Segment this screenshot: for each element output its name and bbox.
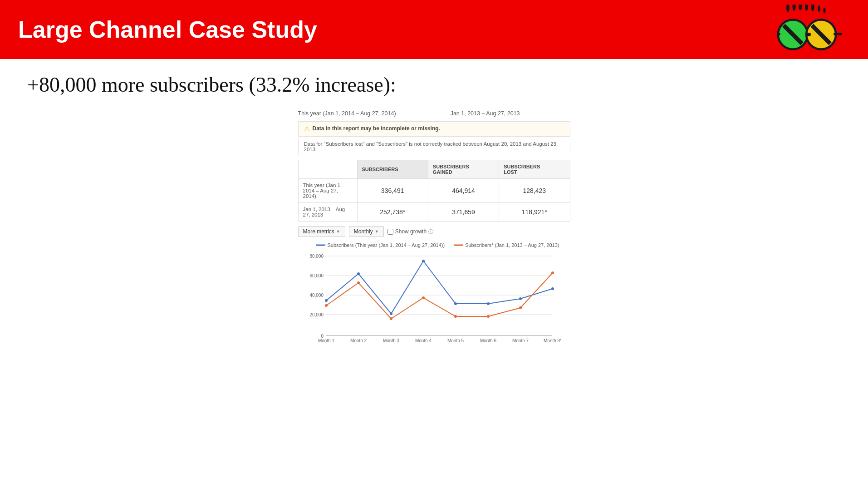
legend-line-current-icon — [316, 244, 325, 246]
legend-label-current: Subscribers (This year (Jan 1, 2014 – Au… — [328, 242, 445, 248]
show-growth-text: Show growth — [395, 228, 427, 235]
svg-text:Month 1: Month 1 — [318, 338, 334, 343]
show-growth-checkbox[interactable] — [387, 229, 393, 235]
svg-text:Month 2: Month 2 — [350, 338, 367, 343]
table-row: Jan 1, 2013 – Aug 27, 2013 252,738* 371,… — [298, 203, 570, 222]
line-chart: 80,000 60,000 40,000 20,000 0 — [307, 251, 561, 351]
svg-point-34 — [487, 302, 490, 305]
analytics-table: SUBSCRIBERS SUBSCRIBERSGAINED SUBSCRIBER… — [298, 160, 570, 222]
controls-row: More metrics ▼ Monthly ▼ Show growth ⓘ — [298, 226, 570, 237]
svg-point-29 — [325, 299, 328, 302]
svg-point-0 — [786, 5, 790, 12]
svg-point-43 — [519, 306, 522, 309]
row1-lost: 128,423 — [499, 179, 570, 203]
svg-rect-15 — [834, 33, 842, 35]
row2-period: Jan 1, 2013 – Aug 27, 2013 — [298, 203, 357, 222]
th-gained: SUBSCRIBERSGAINED — [428, 160, 499, 179]
svg-text:Month 5: Month 5 — [447, 338, 464, 343]
legend-label-compare: Subscribers* (Jan 1, 2013 – Aug 27, 2013… — [465, 242, 559, 248]
show-growth-label[interactable]: Show growth ⓘ — [387, 228, 433, 235]
svg-text:Month 8*: Month 8* — [543, 338, 561, 343]
svg-point-5 — [818, 5, 820, 12]
svg-rect-14 — [777, 33, 780, 35]
svg-point-6 — [823, 7, 826, 13]
svg-text:Month 6: Month 6 — [480, 338, 496, 343]
header-title: Large Channel Case Study — [18, 16, 317, 43]
svg-text:Month 3: Month 3 — [383, 338, 399, 343]
svg-point-35 — [519, 297, 522, 300]
row2-subscribers: 252,738* — [357, 203, 428, 222]
row1-subscribers: 336,491 — [357, 179, 428, 203]
svg-point-44 — [551, 271, 554, 274]
th-subscribers: SUBSCRIBERS — [357, 160, 428, 179]
monthly-button[interactable]: Monthly ▼ — [349, 226, 384, 237]
svg-point-32 — [422, 260, 425, 262]
date-range-current: This year (Jan 1, 2014 – Aug 27, 2014) — [298, 110, 396, 117]
warning-detail: Data for "Subscribers lost" and "Subscri… — [298, 138, 570, 155]
svg-rect-13 — [807, 33, 811, 36]
svg-point-1 — [792, 5, 795, 11]
legend-item-compare: Subscribers* (Jan 1, 2013 – Aug 27, 2013… — [454, 242, 559, 248]
svg-point-37 — [325, 304, 328, 307]
chart-legend: Subscribers (This year (Jan 1, 2014 – Au… — [298, 242, 570, 248]
svg-point-42 — [487, 315, 490, 318]
row1-gained: 464,914 — [428, 179, 499, 203]
row2-lost: 118,921* — [499, 203, 570, 222]
svg-point-2 — [799, 5, 802, 10]
svg-point-36 — [551, 287, 554, 290]
svg-point-30 — [357, 272, 360, 275]
main-content: +80,000 more subscribers (33.2% increase… — [0, 59, 868, 365]
svg-text:Month 4: Month 4 — [415, 338, 432, 343]
nerd-glasses-logo — [759, 5, 850, 54]
svg-text:80,000: 80,000 — [309, 254, 324, 259]
svg-text:20,000: 20,000 — [309, 312, 324, 317]
date-range-compare: Jan 1, 2013 – Aug 27, 2013 — [451, 110, 520, 117]
svg-point-41 — [454, 315, 457, 318]
header: Large Channel Case Study — [0, 0, 868, 59]
chart-container: Subscribers (This year (Jan 1, 2014 – Au… — [298, 242, 570, 351]
date-range-row: This year (Jan 1, 2014 – Aug 27, 2014) J… — [298, 110, 570, 117]
svg-point-31 — [390, 312, 392, 315]
legend-line-compare-icon — [454, 244, 463, 246]
table-row: This year (Jan 1, 2014 – Aug 27, 2014) 3… — [298, 179, 570, 203]
more-metrics-button[interactable]: More metrics ▼ — [298, 226, 345, 237]
warning-icon: ⚠ — [304, 125, 310, 133]
page-subtitle: +80,000 more subscribers (33.2% increase… — [27, 73, 841, 97]
th-lost: SUBSCRIBERSLOST — [499, 160, 570, 179]
show-growth-info-icon: ⓘ — [428, 228, 433, 235]
warning-title: Data in this report may be incomplete or… — [313, 125, 440, 132]
svg-point-4 — [811, 5, 814, 11]
svg-text:Month 7: Month 7 — [512, 338, 529, 343]
chart-line-compare — [326, 273, 553, 319]
svg-point-38 — [357, 281, 360, 284]
row1-period: This year (Jan 1, 2014 – Aug 27, 2014) — [298, 179, 357, 203]
svg-text:60,000: 60,000 — [309, 273, 324, 278]
svg-point-39 — [390, 317, 392, 320]
warning-box: ⚠ Data in this report may be incomplete … — [298, 121, 570, 137]
monthly-chevron-icon: ▼ — [375, 229, 379, 234]
more-metrics-chevron-icon: ▼ — [336, 229, 340, 234]
logo-area — [759, 5, 850, 54]
chart-line-current — [326, 261, 553, 314]
th-empty — [298, 160, 357, 179]
row2-gained: 371,659 — [428, 203, 499, 222]
legend-item-current: Subscribers (This year (Jan 1, 2014 – Au… — [316, 242, 445, 248]
analytics-panel: This year (Jan 1, 2014 – Aug 27, 2014) J… — [298, 110, 570, 351]
svg-text:40,000: 40,000 — [309, 293, 324, 298]
svg-point-40 — [422, 296, 425, 299]
svg-point-33 — [454, 302, 457, 305]
svg-point-3 — [805, 5, 808, 11]
